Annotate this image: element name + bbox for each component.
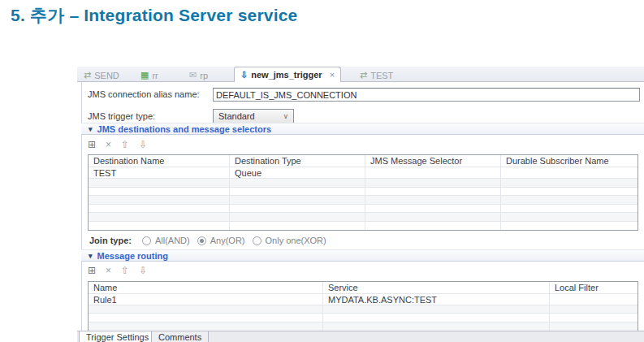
empty-table-row bbox=[89, 179, 638, 188]
destinations-header-row: Destination Name Destination Type JMS Me… bbox=[89, 155, 638, 167]
empty-table-row bbox=[89, 188, 638, 197]
radio-any-or-label: Any(OR) bbox=[210, 236, 245, 245]
tab-rp[interactable]: ✉ rp bbox=[189, 68, 208, 82]
move-up-icon[interactable]: ⇧ bbox=[121, 140, 129, 149]
tab-test-label: TEST bbox=[370, 71, 393, 80]
collapse-triangle-icon: ▾ bbox=[89, 125, 93, 133]
delete-row-icon[interactable]: × bbox=[106, 140, 111, 149]
cell-destination-name: TEST bbox=[89, 167, 230, 178]
empty-table-row bbox=[89, 323, 638, 331]
jms-trigger-icon: ⇩ bbox=[240, 71, 248, 80]
move-down-icon[interactable]: ⇩ bbox=[139, 140, 147, 149]
rp-service-icon: ✉ bbox=[189, 71, 197, 80]
destinations-toolbar: ⊞ × ⇧ ⇩ bbox=[88, 138, 147, 151]
empty-table-row bbox=[89, 196, 638, 205]
tab-rr-label: rr bbox=[152, 71, 158, 80]
section-jms-destinations-title: JMS destinations and message selectors bbox=[97, 124, 272, 134]
slide-title: 5. 추가 – Integration Server service bbox=[11, 4, 297, 27]
col-jms-message-selector: JMS Message Selector bbox=[365, 155, 501, 167]
tab-new-jms-trigger[interactable]: ⇩ new_jms_trigger × bbox=[234, 67, 341, 82]
cell-service: MYDATA.KB.ASYNC:TEST bbox=[323, 294, 550, 305]
col-name: Name bbox=[89, 282, 323, 293]
tab-trigger-settings[interactable]: Trigger Settings bbox=[79, 331, 156, 342]
radio-button-icon[interactable] bbox=[142, 236, 151, 245]
routing-toolbar: ⊞ × ⇧ ⇩ bbox=[88, 264, 147, 277]
routing-table: Name Service Local Filter Rule1 MYDATA.K… bbox=[88, 281, 638, 331]
col-local-filter: Local Filter bbox=[550, 282, 638, 293]
tab-rp-label: rp bbox=[200, 71, 208, 80]
destinations-row-test[interactable]: TEST Queue bbox=[89, 167, 638, 179]
editor-tabstrip: ⇄ SEND ▦ rr ✉ rp ⇩ new_jms_trigger × ⇄ T… bbox=[77, 67, 644, 82]
radio-any-or[interactable]: Any(OR) bbox=[197, 236, 245, 245]
routing-header-row: Name Service Local Filter bbox=[89, 282, 638, 294]
radio-button-icon[interactable] bbox=[197, 236, 206, 245]
rr-service-icon: ▦ bbox=[140, 71, 149, 80]
section-message-routing-title: Message routing bbox=[97, 251, 168, 261]
jms-trigger-type-dropdown[interactable]: Standard ∨ bbox=[213, 109, 294, 123]
cell-jms-message-selector bbox=[365, 167, 501, 178]
empty-table-row bbox=[89, 222, 638, 231]
delete-row-icon[interactable]: × bbox=[106, 266, 111, 275]
section-message-routing[interactable]: ▾ Message routing bbox=[81, 249, 644, 262]
cell-local-filter bbox=[550, 294, 638, 305]
cell-destination-type: Queue bbox=[230, 167, 365, 178]
cell-name: Rule1 bbox=[89, 294, 323, 305]
add-row-icon[interactable]: ⊞ bbox=[88, 266, 96, 275]
routing-row-rule1[interactable]: Rule1 MYDATA.KB.ASYNC:TEST bbox=[89, 294, 638, 305]
jms-connection-alias-label: JMS connection alias name: bbox=[88, 89, 200, 99]
col-service: Service bbox=[323, 282, 550, 293]
jms-trigger-type-label: JMS trigger type: bbox=[88, 111, 155, 121]
empty-table-row bbox=[89, 213, 638, 222]
section-jms-destinations[interactable]: ▾ JMS destinations and message selectors bbox=[81, 123, 644, 135]
col-durable-subscriber-name: Durable Subscriber Name bbox=[501, 155, 638, 167]
radio-only-one-xor[interactable]: Only one(XOR) bbox=[253, 236, 326, 245]
cell-durable-subscriber-name bbox=[501, 167, 638, 178]
radio-only-one-xor-label: Only one(XOR) bbox=[266, 236, 326, 245]
radio-button-icon[interactable] bbox=[253, 236, 261, 245]
bottom-tabbar: Trigger Settings Comments bbox=[77, 331, 644, 342]
editor-left-border bbox=[81, 82, 82, 342]
slide-page: 5. 추가 – Integration Server service ⇄ SEN… bbox=[0, 0, 644, 342]
tab-send-label: SEND bbox=[94, 71, 119, 80]
designer-editor-panel: ⇄ SEND ▦ rr ✉ rp ⇩ new_jms_trigger × ⇄ T… bbox=[77, 67, 644, 342]
jms-connection-alias-input[interactable] bbox=[213, 88, 640, 102]
close-tab-icon[interactable]: × bbox=[330, 70, 335, 80]
join-type-label: Join type: bbox=[89, 236, 132, 245]
chevron-down-icon: ∨ bbox=[283, 112, 288, 120]
radio-all-and[interactable]: All(AND) bbox=[142, 236, 190, 245]
tab-send[interactable]: ⇄ SEND bbox=[84, 68, 119, 82]
col-destination-type: Destination Type bbox=[230, 155, 365, 167]
empty-table-row bbox=[89, 205, 638, 214]
tab-test[interactable]: ⇄ TEST bbox=[360, 68, 393, 82]
test-service-icon: ⇄ bbox=[360, 71, 367, 80]
jms-trigger-type-value: Standard bbox=[218, 111, 255, 121]
destinations-table: Destination Name Destination Type JMS Me… bbox=[88, 154, 638, 231]
move-down-icon[interactable]: ⇩ bbox=[139, 266, 147, 275]
move-up-icon[interactable]: ⇧ bbox=[121, 266, 129, 275]
join-type-row: Join type: All(AND) Any(OR) Only one(XOR… bbox=[89, 235, 326, 246]
tab-rr[interactable]: ▦ rr bbox=[140, 68, 158, 82]
tab-comments[interactable]: Comments bbox=[151, 331, 209, 342]
radio-all-and-label: All(AND) bbox=[155, 236, 190, 245]
send-service-icon: ⇄ bbox=[84, 71, 91, 80]
col-destination-name: Destination Name bbox=[89, 155, 230, 167]
empty-table-row bbox=[89, 305, 638, 314]
add-row-icon[interactable]: ⊞ bbox=[88, 140, 96, 149]
empty-table-row bbox=[89, 314, 638, 323]
tab-new-jms-trigger-label: new_jms_trigger bbox=[251, 70, 322, 80]
collapse-triangle-icon: ▾ bbox=[89, 252, 93, 260]
